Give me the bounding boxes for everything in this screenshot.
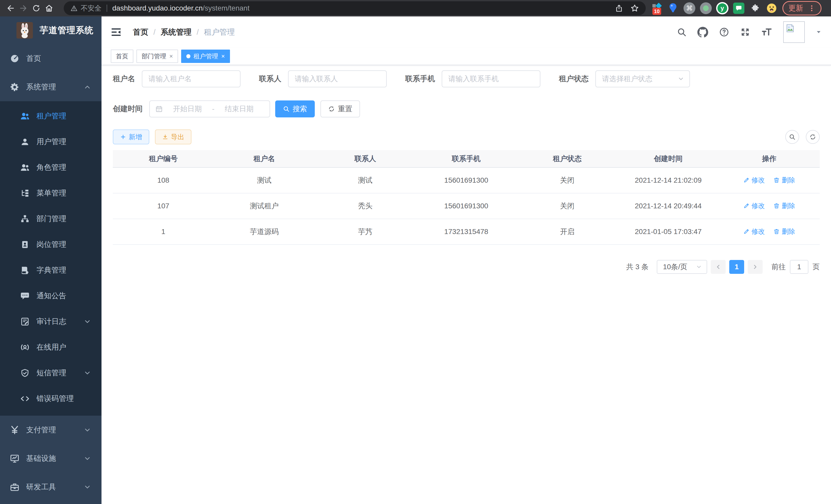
extension-command-icon[interactable]: ⌘ bbox=[682, 1, 697, 16]
add-button[interactable]: 新增 bbox=[113, 129, 149, 144]
breadcrumb-system[interactable]: 系统管理 bbox=[161, 27, 192, 37]
status-select[interactable]: 请选择租户状态 bbox=[595, 70, 690, 87]
sidebar-item-sms[interactable]: 短信管理 bbox=[0, 360, 102, 386]
chevron-down-icon bbox=[84, 455, 91, 463]
tag-tenant[interactable]: 租户管理 × bbox=[181, 50, 230, 63]
app-title: 芋道管理系统 bbox=[39, 24, 93, 36]
sidebar-item-system[interactable]: 系统管理 bbox=[0, 73, 102, 101]
page-1-button[interactable]: 1 bbox=[729, 260, 744, 274]
page-size-select[interactable]: 10条/页 bbox=[657, 260, 707, 274]
tag-home[interactable]: 首页 bbox=[111, 50, 133, 63]
browser-update-button[interactable]: 更新 bbox=[782, 1, 822, 16]
tenant-name-label: 租户名 bbox=[113, 74, 135, 84]
date-range-picker[interactable]: 开始日期 - 结束日期 bbox=[149, 100, 270, 117]
sidebar-item-dict[interactable]: 字典管理 bbox=[0, 258, 102, 283]
sidebar-item-tenant[interactable]: 租户管理 bbox=[0, 103, 102, 129]
col-status: 租户状态 bbox=[517, 150, 618, 168]
browser-reload-button[interactable] bbox=[30, 2, 42, 14]
search-button[interactable]: 搜索 bbox=[275, 100, 315, 117]
github-icon[interactable] bbox=[697, 27, 708, 37]
close-icon[interactable]: × bbox=[221, 53, 225, 60]
sidebar-item-role[interactable]: 角色管理 bbox=[0, 155, 102, 180]
toggle-search-button[interactable] bbox=[785, 130, 799, 144]
help-icon[interactable] bbox=[719, 27, 729, 37]
breadcrumb-current: 租户管理 bbox=[204, 27, 235, 37]
user-icon bbox=[20, 137, 30, 146]
sidebar-item-user[interactable]: 用户管理 bbox=[0, 129, 102, 155]
contact-input[interactable] bbox=[288, 70, 387, 87]
trash-icon bbox=[773, 228, 780, 235]
col-contact: 联系人 bbox=[315, 150, 416, 168]
extension-recorder-icon[interactable] bbox=[699, 1, 713, 16]
chevron-up-icon bbox=[84, 83, 91, 91]
sidebar-item-home[interactable]: 首页 bbox=[0, 44, 102, 73]
message-icon bbox=[20, 291, 30, 301]
sidebar-logo[interactable]: 芋道管理系统 bbox=[0, 17, 102, 44]
refresh-table-button[interactable] bbox=[806, 130, 820, 144]
chevron-down-icon bbox=[84, 483, 91, 491]
browser-menu-icon[interactable] bbox=[808, 4, 815, 12]
sidebar-item-infrastructure[interactable]: 基础设施 bbox=[0, 444, 102, 473]
extension-y-icon[interactable]: y bbox=[715, 1, 729, 16]
col-mobile: 联系手机 bbox=[416, 150, 517, 168]
edit-button[interactable]: 修改 bbox=[743, 201, 765, 210]
address-bar[interactable]: 不安全 dashboard.yudao.iocoder.cn/system/te… bbox=[64, 1, 646, 15]
trash-icon bbox=[773, 203, 780, 209]
table-row: 107 测试租户 秃头 15601691300 关闭 2021-12-14 20… bbox=[113, 193, 820, 219]
sidebar-item-dept[interactable]: 部门管理 bbox=[0, 206, 102, 232]
extension-badge: 10 bbox=[652, 8, 661, 15]
table-row: 1 芋道源码 芋艿 17321315478 开启 2021-01-05 17:0… bbox=[113, 219, 820, 244]
delete-button[interactable]: 删除 bbox=[773, 201, 795, 210]
breadcrumb-home[interactable]: 首页 bbox=[133, 27, 148, 37]
profile-avatar-icon[interactable] bbox=[765, 1, 779, 16]
sidebar-item-online-user[interactable]: 在线用户 bbox=[0, 334, 102, 360]
sidebar-item-error-code[interactable]: 错误码管理 bbox=[0, 386, 102, 412]
tag-dept[interactable]: 部门管理 × bbox=[137, 50, 178, 63]
next-page-button[interactable] bbox=[748, 260, 763, 274]
sidebar-item-menu[interactable]: 菜单管理 bbox=[0, 180, 102, 206]
reset-button[interactable]: 重置 bbox=[320, 100, 360, 117]
avatar[interactable] bbox=[783, 21, 805, 43]
user-menu-caret-icon[interactable] bbox=[815, 29, 822, 35]
col-create-time: 创建时间 bbox=[618, 150, 719, 168]
users-icon bbox=[20, 111, 30, 121]
edit-button[interactable]: 修改 bbox=[743, 227, 765, 236]
date-end-placeholder[interactable]: 结束日期 bbox=[214, 104, 264, 114]
extensions-puzzle-icon[interactable] bbox=[748, 1, 763, 16]
header-search-icon[interactable] bbox=[677, 27, 687, 37]
tenant-name-input[interactable] bbox=[142, 70, 240, 87]
close-icon[interactable]: × bbox=[169, 53, 173, 60]
mobile-input[interactable] bbox=[442, 70, 540, 87]
bookmark-star-icon[interactable] bbox=[630, 4, 639, 12]
sidebar: 芋道管理系统 首页 系统管理 租户管理 用户管理 角色管理 bbox=[0, 17, 102, 504]
goto-page-input[interactable] bbox=[790, 260, 808, 274]
security-label: 不安全 bbox=[81, 4, 102, 13]
prev-page-button[interactable] bbox=[711, 260, 726, 274]
extension-chat-icon[interactable] bbox=[732, 1, 746, 16]
browser-forward-button[interactable] bbox=[17, 2, 30, 14]
sidebar-fold-icon[interactable] bbox=[111, 27, 121, 37]
fullscreen-icon[interactable] bbox=[740, 27, 750, 37]
sidebar-item-notice[interactable]: 通知公告 bbox=[0, 283, 102, 309]
extension-devtools-icon[interactable]: 10 bbox=[649, 1, 664, 16]
browser-home-button[interactable] bbox=[42, 2, 56, 14]
org-tree-icon bbox=[20, 214, 30, 224]
chevron-down-icon bbox=[696, 264, 702, 270]
extension-balloon-icon[interactable] bbox=[666, 1, 680, 16]
font-size-icon[interactable] bbox=[761, 26, 772, 38]
sidebar-item-payment[interactable]: 支付管理 bbox=[0, 416, 102, 444]
date-start-placeholder[interactable]: 开始日期 bbox=[163, 104, 212, 114]
share-icon[interactable] bbox=[615, 4, 623, 12]
export-button[interactable]: 导出 bbox=[155, 129, 192, 144]
delete-button[interactable]: 删除 bbox=[773, 176, 795, 185]
security-chip[interactable]: 不安全 bbox=[70, 4, 102, 13]
edit-button[interactable]: 修改 bbox=[743, 176, 765, 185]
sidebar-item-dev-tools[interactable]: 研发工具 bbox=[0, 473, 102, 501]
sidebar-item-audit-log[interactable]: 审计日志 bbox=[0, 309, 102, 334]
delete-button[interactable]: 删除 bbox=[773, 227, 795, 236]
browser-back-button[interactable] bbox=[4, 2, 17, 14]
sidebar-item-post[interactable]: 岗位管理 bbox=[0, 232, 102, 258]
col-tenant-id: 租户编号 bbox=[113, 150, 214, 168]
tags-view-bar: 首页 部门管理 × 租户管理 × bbox=[102, 48, 831, 65]
breadcrumb: 首页 / 系统管理 / 租户管理 bbox=[133, 27, 235, 37]
